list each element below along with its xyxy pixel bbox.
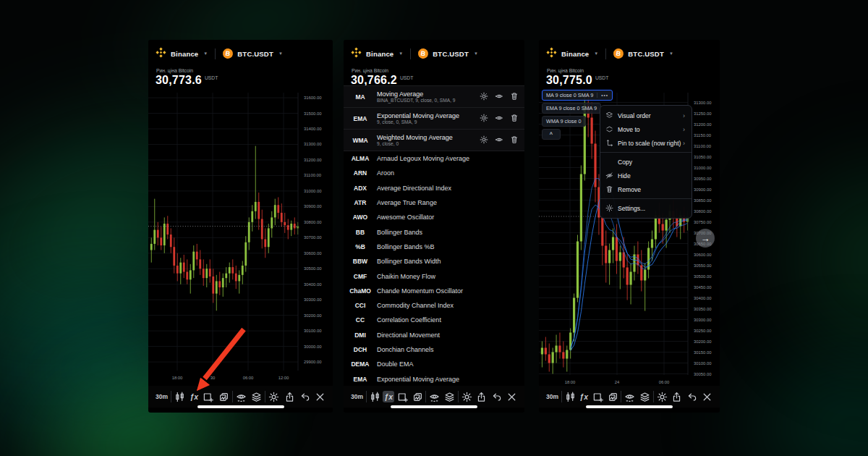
candles-icon — [565, 392, 576, 402]
menu-item-visual-order[interactable]: Visual order› — [600, 109, 692, 122]
chart-settings-button[interactable] — [460, 390, 474, 404]
interval-label: 30m — [156, 393, 168, 400]
phone-screenshot-context-menu: Binance ▼ B BTC.USDT ▼ Рин. ціна Bitcoin… — [539, 40, 720, 413]
indicator-name: Weighted Moving Average — [377, 134, 480, 141]
bitcoin-logo-icon: B — [222, 48, 234, 59]
menu-item-pin-to-scale-now-right[interactable]: Pin to scale (now right)› — [600, 136, 692, 150]
indicator-list-item[interactable]: ADXAverage Directional Index — [344, 181, 524, 195]
symbol-name[interactable]: BTC.USDT — [433, 50, 469, 58]
indicator-settings-button[interactable] — [480, 134, 488, 147]
object-tree-button[interactable] — [443, 390, 456, 404]
indicator-list-item[interactable]: CCICommodity Channel Index — [344, 298, 524, 313]
indicator-list-item[interactable]: ARNAroon — [344, 166, 524, 180]
more-options-icon[interactable]: ••• — [597, 93, 608, 98]
indicator-settings-button[interactable] — [480, 90, 488, 104]
indicator-list-item[interactable]: CMFChaikin Money Flow — [344, 269, 524, 283]
toolbar-divider — [621, 391, 621, 402]
symbol-name[interactable]: BTC.USDT — [628, 50, 664, 58]
chevron-down-icon: ▼ — [203, 51, 208, 56]
indicators-fx-button[interactable]: ƒx — [383, 391, 394, 402]
indicator-list-item[interactable]: %BBollinger Bands %B — [344, 240, 524, 254]
exchange-name[interactable]: Binance — [561, 50, 589, 58]
object-tree-button[interactable] — [638, 390, 652, 404]
indicator-legend-chip[interactable]: MA 9 close 0 SMA 9••• — [542, 90, 613, 101]
menu-item-label: Visual order — [618, 112, 683, 119]
indicator-delete-button[interactable] — [510, 90, 519, 104]
indicator-list-item[interactable]: BBWBollinger Bands Width — [344, 254, 524, 269]
menu-divider — [600, 198, 692, 199]
indicator-visibility-button[interactable] — [495, 112, 503, 125]
legend-text: WMA 9 close 0 — [546, 118, 582, 124]
indicator-list-item[interactable]: DMIDirectional Movement — [344, 328, 524, 342]
close-icon-button[interactable] — [505, 390, 519, 404]
chart-settings-button[interactable] — [655, 390, 669, 404]
indicator-delete-button[interactable] — [510, 134, 519, 147]
svg-text:18:00: 18:00 — [565, 380, 576, 384]
indicator-name: Arnaud Legoux Moving Average — [377, 155, 524, 162]
undo-icon — [491, 392, 502, 402]
menu-item-settings[interactable]: Settings... — [600, 201, 692, 215]
menu-item-move-to[interactable]: Move to› — [600, 122, 692, 136]
candles-style-button[interactable] — [173, 390, 187, 404]
binance-logo-icon — [546, 47, 557, 61]
interval-button[interactable]: 30m — [349, 392, 365, 402]
background-glow — [694, 72, 868, 449]
active-indicator-row[interactable]: MAMoving AverageBINA_BTCUSDT, 9, close, … — [344, 86, 524, 108]
menu-item-remove[interactable]: Remove — [600, 182, 692, 196]
indicator-name: Aroon — [377, 169, 524, 177]
compare-button[interactable] — [606, 390, 620, 404]
share-button[interactable] — [475, 390, 488, 404]
indicator-list-item[interactable]: CCCorrelation Coefficient — [344, 313, 524, 327]
scroll-to-latest-button[interactable]: → — [696, 229, 715, 248]
compare-button[interactable] — [411, 390, 425, 404]
svg-text:30800.00: 30800.00 — [304, 220, 322, 224]
indicators-fx-button[interactable]: ƒx — [578, 391, 590, 402]
drawings-button[interactable] — [591, 390, 605, 404]
drawings-button[interactable] — [396, 390, 409, 404]
symbol-name[interactable]: BTC.USDT — [237, 50, 273, 58]
menu-item-label: Pin to scale (now right) — [618, 140, 683, 147]
divider — [605, 48, 606, 59]
indicator-visibility-button[interactable] — [495, 134, 503, 147]
legend-text: EMA 9 close 0 SMA 9 — [546, 105, 597, 111]
indicator-list-item[interactable]: DCHDonchian Channels — [344, 342, 524, 357]
menu-item-hide[interactable]: Hide — [600, 169, 692, 182]
share-button[interactable] — [670, 390, 684, 404]
hide-drawings-button[interactable] — [427, 390, 441, 404]
indicator-list-item[interactable]: ChaMOChande Momentum Oscillator — [344, 284, 524, 298]
svg-text:30600.00: 30600.00 — [694, 253, 712, 257]
legend-collapse-button[interactable]: ^ — [542, 129, 561, 140]
indicator-list-item[interactable]: ALMAArnaud Legoux Moving Average — [344, 151, 524, 166]
candles-style-button[interactable] — [563, 390, 577, 404]
interval-button[interactable]: 30m — [545, 392, 560, 402]
interval-button[interactable]: 30m — [154, 392, 169, 402]
candles-style-button[interactable] — [368, 390, 382, 404]
hide-drawings-button[interactable] — [623, 390, 637, 404]
close-icon-button[interactable] — [700, 390, 714, 404]
binance-logo-icon — [156, 47, 166, 61]
undo-button[interactable] — [298, 390, 312, 404]
indicator-list-item[interactable]: EMAExponential Moving Average — [344, 371, 524, 386]
active-indicator-row[interactable]: WMAWeighted Moving Average9, close, 0 — [344, 130, 524, 151]
share-button[interactable] — [283, 390, 297, 404]
close-icon-button[interactable] — [313, 390, 327, 404]
indicator-legend-chip[interactable]: EMA 9 close 0 SMA 9 — [542, 103, 601, 114]
active-indicator-row[interactable]: EMAExponential Moving Average9, close, 0… — [344, 108, 524, 130]
indicator-list-item[interactable]: AWOAwesome Oscillator — [344, 210, 524, 224]
indicator-legend-chip[interactable]: WMA 9 close 0 — [542, 116, 586, 127]
indicator-settings-button[interactable] — [480, 112, 488, 125]
undo-button[interactable] — [685, 390, 699, 404]
menu-item-copy[interactable]: Copy — [600, 155, 692, 169]
exchange-name[interactable]: Binance — [171, 50, 198, 58]
indicator-delete-button[interactable] — [510, 112, 519, 125]
exchange-name[interactable]: Binance — [366, 50, 393, 58]
svg-text:31150.00: 31150.00 — [694, 133, 712, 138]
indicator-list-item[interactable]: BBBollinger Bands — [344, 224, 524, 239]
indicator-list-item[interactable]: ATRAverage True Range — [344, 195, 524, 210]
undo-button[interactable] — [490, 390, 503, 404]
svg-text:30400.00: 30400.00 — [304, 282, 322, 287]
indicator-name: Exponential Moving Average — [377, 376, 524, 383]
indicator-list-item[interactable]: DEMADouble EMA — [344, 357, 524, 371]
indicator-visibility-button[interactable] — [495, 90, 503, 104]
chart-settings-button[interactable] — [267, 390, 281, 404]
